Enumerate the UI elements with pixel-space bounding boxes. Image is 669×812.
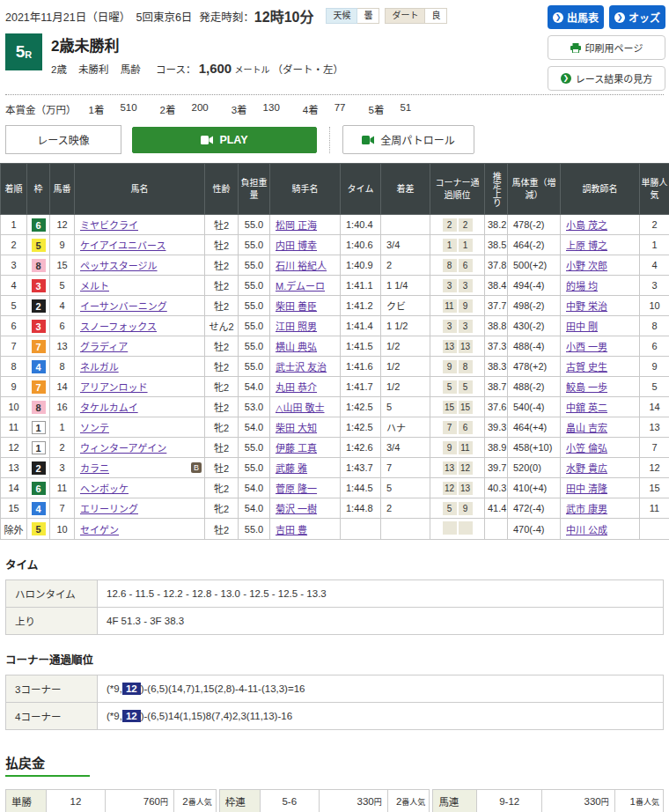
jockey-cell: 江田 照男 [270, 316, 341, 336]
jockey-link[interactable]: 菅原 隆一 [276, 484, 317, 494]
jockey-link[interactable]: 菊沢 一樹 [276, 504, 317, 514]
trainer-link[interactable]: 武市 康男 [566, 504, 607, 514]
odds-button[interactable]: ❯ オッズ [609, 5, 665, 29]
win-popularity: 12 [640, 458, 669, 478]
trainer-link[interactable]: 田中 清隆 [566, 484, 607, 494]
frame-cell: 7 [27, 377, 50, 397]
finish-position: 12 [1, 438, 27, 458]
trainer-link[interactable]: 水野 貴広 [566, 463, 607, 474]
trainer-link[interactable]: 中野 栄治 [566, 301, 607, 312]
finish-position: 9 [1, 377, 27, 397]
last-3f: 38.2 [485, 215, 508, 235]
win-popularity: 13 [640, 417, 669, 438]
horse-name-link[interactable]: ヘンボッケ [80, 481, 129, 495]
body-weight: 520(0) [508, 458, 561, 478]
last-3f: 38.3 [485, 357, 508, 377]
body-weight: 458(+10) [508, 438, 561, 458]
play-button[interactable]: PLAY [132, 127, 317, 153]
trainer-link[interactable]: 小西 一男 [566, 342, 607, 352]
jockey-link[interactable]: 江田 照男 [276, 321, 317, 332]
horse-name-link[interactable]: ケイアイユニバース [80, 238, 165, 252]
jockey-link[interactable]: M.デムーロ [276, 281, 325, 292]
horse-name-link[interactable]: スノーフォックス [80, 319, 157, 333]
last-3f: 38.7 [485, 377, 508, 397]
col-horse-name: 馬名 [75, 164, 205, 215]
trainer-link[interactable]: 鮫島 一歩 [566, 382, 607, 393]
finish-position: 8 [1, 357, 27, 377]
race-conditions: 2歳 未勝利 馬齢 コース： 1,600 メートル （ダート・左） [51, 61, 343, 76]
horse-number: 12 [50, 215, 75, 235]
horse-name-cell: アリアンロッド [75, 377, 205, 397]
trainer-cell: 武市 康男 [561, 498, 640, 519]
trainer-link[interactable]: 中舘 英二 [566, 402, 607, 413]
horse-name-link[interactable]: イーサンバーニング [80, 299, 167, 313]
prize-place: 1着 [89, 102, 105, 116]
trainer-link[interactable]: 的場 均 [566, 281, 598, 292]
winner-highlight: 12 [122, 710, 141, 722]
horse-name-link[interactable]: エリーリング [80, 501, 138, 515]
trainer-link[interactable]: 畠山 吉宏 [566, 423, 607, 433]
corner-section-heading: コーナー通過順位 [5, 651, 664, 668]
jockey-link[interactable]: 柴田 善臣 [276, 301, 317, 312]
jockey-link[interactable]: 松岡 正海 [276, 220, 317, 231]
finish-position: 14 [1, 478, 27, 498]
last-3f: 38.8 [485, 316, 508, 336]
video-button-row: レース映像 PLAY 全周パトロール [0, 122, 669, 163]
win-popularity: 1 [640, 235, 669, 255]
payout-amount-value: 330 [357, 796, 374, 807]
trainer-link[interactable]: 古賀 史生 [566, 362, 607, 373]
corner-pass-box: 9 [443, 360, 457, 373]
jockey-link[interactable]: 武士沢 友治 [276, 362, 327, 373]
entries-button[interactable]: ❯ 出馬表 [548, 5, 604, 29]
horse-name-cell: タケルカムイ [75, 397, 205, 417]
horse-name-link[interactable]: アリアンロッド [80, 380, 148, 394]
margin: 7 [381, 458, 430, 478]
jockey-link[interactable]: 丸田 恭介 [276, 382, 317, 393]
horse-name-link[interactable]: ミヤビクライ [80, 218, 138, 232]
horse-name-wrap: グラディア [80, 339, 202, 353]
horse-name-link[interactable]: カラニ [80, 461, 109, 475]
sex-age: 牡2 [205, 215, 239, 235]
trainer-link[interactable]: 中川 公成 [566, 525, 607, 535]
jockey-link[interactable]: 吉田 豊 [276, 525, 307, 535]
result-guide-button[interactable]: ❯ レース結果の見方 [548, 66, 665, 91]
body-weight: 472(-4) [508, 498, 561, 519]
jockey-link[interactable]: 石川 裕紀人 [276, 261, 327, 271]
jockey-link[interactable]: △山田 敬士 [276, 402, 325, 413]
jockey-link[interactable]: 横山 典弘 [276, 342, 317, 352]
winner-highlight: 12 [122, 683, 141, 695]
start-time-value: 12時10分 [254, 5, 314, 26]
horse-name-link[interactable]: ペッサスタージル [80, 258, 158, 272]
trainer-cell: 古賀 史生 [561, 357, 640, 377]
col-time: タイム [341, 164, 381, 215]
frame-number-badge: 6 [32, 218, 46, 232]
horse-name-cell: ネルガル [75, 357, 205, 377]
print-page-button[interactable]: 印刷用ページ [548, 35, 665, 60]
video-camera-icon [362, 136, 374, 144]
trainer-link[interactable]: 田中 剛 [566, 321, 598, 332]
horse-name-link[interactable]: ソンテ [80, 420, 109, 434]
jockey-link[interactable]: 内田 博幸 [276, 240, 317, 251]
trainer-link[interactable]: 小野 次郎 [566, 261, 607, 271]
horse-name-link[interactable]: セイゲン [80, 522, 119, 536]
horse-name-link[interactable]: ネルガル [80, 359, 119, 373]
race-video-button[interactable]: レース映像 [5, 125, 121, 154]
col-horse-number: 馬番 [50, 164, 75, 215]
last-3f: 41.4 [485, 498, 508, 519]
patrol-button-label: 全周パトロール [380, 132, 454, 147]
trainer-link[interactable]: 小島 茂之 [566, 220, 607, 231]
trainer-link[interactable]: 小笠 倫弘 [566, 443, 607, 454]
horse-name-link[interactable]: タケルカムイ [80, 400, 138, 414]
table-row: 1612ミヤビクライ牡255.0松岡 正海1:40.42238.2478(-2)… [1, 215, 669, 235]
jockey-link[interactable]: 柴田 大知 [276, 423, 317, 433]
patrol-video-button[interactable]: 全周パトロール [342, 125, 474, 154]
horse-name-link[interactable]: ウィンターアゲイン [80, 440, 166, 454]
jockey-link[interactable]: 武藤 雅 [276, 463, 307, 474]
horse-name-link[interactable]: メルト [80, 278, 109, 292]
trainer-link[interactable]: 上原 博之 [566, 240, 607, 251]
frame-number-badge: 2 [32, 299, 46, 313]
jockey-link[interactable]: 伊藤 工真 [276, 443, 317, 454]
win-popularity: 5 [640, 377, 669, 397]
horse-name-link[interactable]: グラディア [80, 339, 128, 353]
frame-cell: 1 [27, 438, 50, 458]
